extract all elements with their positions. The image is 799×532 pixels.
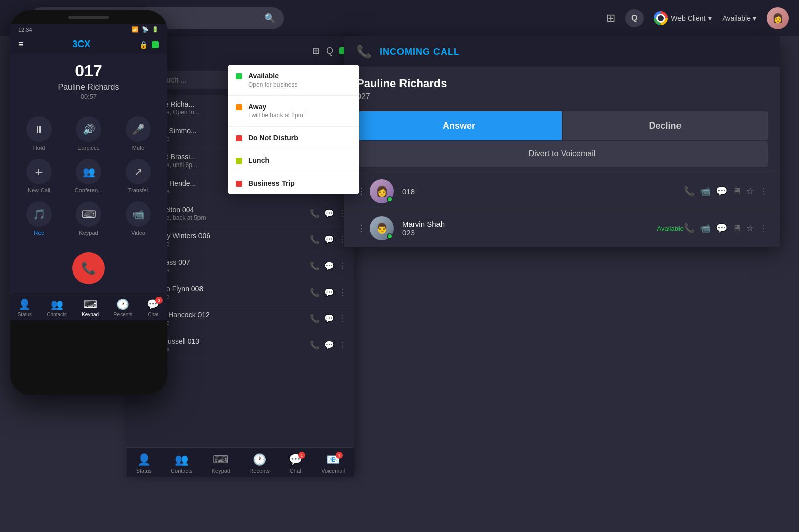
status-option-business-trip[interactable]: Business Trip [228,172,359,194]
end-call-button[interactable]: 📞 [72,252,105,284]
keypad-button[interactable]: ⌨ Keypad [68,201,109,236]
marvin-chat-icon[interactable]: 💬 [716,223,727,234]
hold-label: Hold [33,145,45,151]
web-client-label: Web Client [671,14,705,22]
call-icon[interactable]: 📞 [310,340,320,350]
marvin-call-icon[interactable]: 📞 [684,223,695,234]
chat-icon[interactable]: 💬 [324,340,334,350]
status-option-lunch[interactable]: Lunch [228,149,359,172]
more-vert-icon[interactable]: ⋮ [338,261,346,271]
cnav-keypad[interactable]: ⌨ Keypad [212,453,230,474]
marvin-video-icon[interactable]: 📹 [700,223,711,234]
phone-controls: ⏸ Hold 🔊 Earpiece 🎤 Mute + New Call 👥 Co… [10,108,167,244]
nav-contacts-icon: 👥 [51,298,63,310]
star-action-icon[interactable]: ☆ [746,186,754,197]
chat-icon[interactable]: 💬 [324,261,334,271]
nav-recents-label: Recents [113,312,132,317]
mute-button[interactable]: 🎤 Mute [117,116,159,151]
more-vert-icon[interactable]: ⋮ [338,314,346,323]
nav-keypad[interactable]: ⌨ Keypad [82,298,99,317]
top-bar-right: ⊞ Q Web Client ▾ Available ▾ 👩 [606,7,789,29]
phone-status-bar: 12:34 📶 📡 🔋 [10,24,167,35]
q-button[interactable]: Q [625,9,644,27]
online-indicator [387,196,393,202]
nav-status[interactable]: 👤 Status [18,298,32,317]
contact-info: Zain Bass 007 Available [145,258,310,274]
cnav-recents[interactable]: 🕐 Recents [249,453,269,474]
divert-voicemail-button[interactable]: Divert to Voicemail [356,141,768,167]
available-text: Available Open for business [248,72,297,88]
cnav-chat-badge: 1 [298,452,305,459]
cnav-chat[interactable]: 💬 1 Chat [289,453,302,474]
chat-icon[interactable]: 💬 [324,235,334,244]
call-icon[interactable]: 📞 [310,261,320,271]
chat-icon[interactable]: 💬 [324,288,334,297]
chat-action-icon[interactable]: 💬 [716,186,727,197]
rec-button[interactable]: 🎵 Rec [18,201,60,236]
decline-button[interactable]: Decline [563,111,768,140]
status-option-dnd[interactable]: Do Not Disturb [228,127,359,149]
caller-name: Pauline Richards [356,77,768,90]
hamburger-icon[interactable]: ≡ [18,39,24,50]
transfer-button[interactable]: ↗ Transfer [117,159,159,193]
hold-button[interactable]: ⏸ Hold [18,116,60,151]
call-icon[interactable]: 📞 [310,314,320,323]
cnav-contacts-label: Contacts [171,468,192,474]
screen-action-icon[interactable]: 🖥 [732,186,741,197]
phone-status-dot [152,41,159,48]
contacts-q-button[interactable]: Q [326,46,333,56]
business-trip-text: Business Trip [248,179,295,187]
dnd-dot [236,135,242,141]
new-call-label: New Call [28,187,50,193]
more-vert-icon[interactable]: ⋮ [338,288,346,297]
wifi-icon: 📡 [142,26,149,33]
nav-keypad-icon: ⌨ [83,298,98,310]
contacts-header-icons: ⊞ Q [312,45,346,56]
contact-name: Tristan Hancock 012 [145,311,310,319]
more-vert-icon[interactable]: ⋮ [338,340,346,350]
screen-share-icon[interactable]: ⊞ [312,45,320,56]
call-icon[interactable]: 📞 [310,235,320,244]
call-icon[interactable]: 📞 [310,209,320,218]
incoming-call-label: INCOMING CALL [380,47,460,57]
nav-chat[interactable]: 💬 5 Chat [147,298,159,317]
video-action-icon[interactable]: 📹 [700,186,711,197]
cnav-voicemail-label: Voicemail [321,468,345,474]
cnav-status[interactable]: 👤 Status [136,453,152,474]
conference-button[interactable]: 👥 Conferen... [68,159,109,193]
nav-recents[interactable]: 🕐 Recents [113,298,132,317]
cnav-voicemail[interactable]: 📧 9 Voicemail [321,453,345,474]
answer-button[interactable]: Answer [356,111,562,140]
available-sub: Open for business [248,81,297,88]
earpiece-label: Earpiece [77,145,99,151]
caller-extension: 027 [356,92,768,101]
contact-actions: 📞 💬 ⋮ [310,340,346,350]
status-option-available[interactable]: Available Open for business [228,65,359,96]
call-action-icon[interactable]: 📞 [684,186,695,197]
contact-info: Tristan Hancock 012 Available [145,311,310,326]
marvin-status: Available [657,225,684,232]
marvin-star-icon[interactable]: ☆ [746,223,754,234]
new-call-button[interactable]: + New Call [18,159,60,193]
contact-name: Gregory Winters 006 [145,232,310,240]
contact-info: Lia Shelton 004 Available, back at 5pm [145,206,310,221]
call-icon[interactable]: 📞 [310,288,320,297]
row-marvin-more-left[interactable]: ⋮ [356,223,366,234]
chat-icon[interactable]: 💬 [324,209,334,218]
earpiece-button[interactable]: 🔊 Earpiece [68,116,109,151]
chat-icon[interactable]: 💬 [324,314,334,323]
grid-icon[interactable]: ⊞ [606,12,615,25]
phone-ringing-icon: 📞 [356,45,372,59]
availability-status[interactable]: Available ▾ [722,14,756,22]
more-action-button[interactable]: ⋮ [760,187,768,196]
marvin-screen-icon[interactable]: 🖥 [732,223,741,234]
video-button[interactable]: 📹 Video [117,201,159,236]
marvin-more-button[interactable]: ⋮ [760,224,768,233]
status-option-away[interactable]: Away I will be back at 2pm! [228,96,359,127]
user-avatar[interactable]: 👩 [767,7,789,29]
nav-contacts[interactable]: 👥 Contacts [47,298,66,317]
contact-018-ext: 018 [402,187,684,196]
web-client-button[interactable]: Web Client ▾ [654,11,712,25]
cnav-contacts[interactable]: 👥 Contacts [171,453,192,474]
nav-status-label: Status [18,312,32,317]
